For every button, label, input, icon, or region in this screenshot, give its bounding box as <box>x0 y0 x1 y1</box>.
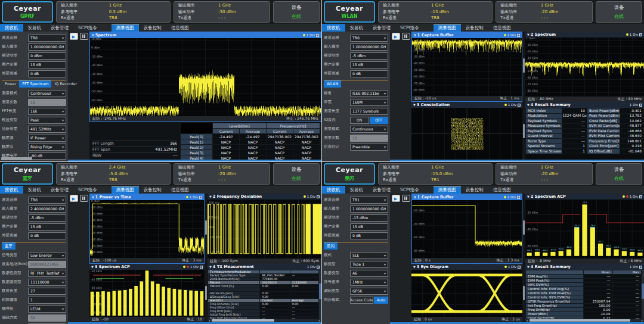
tab-measure-view[interactable]: 测量视图 <box>434 24 461 32</box>
panel-header-tx-measurement[interactable]: ▼4 TX Measurement1 Div <box>208 264 321 270</box>
mode-tab-bluetooth[interactable]: 蓝牙 <box>2 242 16 250</box>
channel-select-select[interactable]: TR8▾ <box>350 35 388 42</box>
panel-splitter[interactable] <box>522 264 525 322</box>
pause-button[interactable] <box>402 195 410 202</box>
play-button[interactable]: ▶ <box>70 33 78 40</box>
external-attenuation-input[interactable]: 0 dB <box>28 232 66 239</box>
pin-icon[interactable] <box>639 266 642 269</box>
symbol-rate-select[interactable]: 1MHz▾ <box>350 279 388 286</box>
trigger-source-select[interactable]: IF Power▾ <box>28 135 66 142</box>
splitter-handle[interactable] <box>523 124 525 138</box>
external-attenuation-input[interactable]: 0 dB <box>350 70 388 77</box>
input-frequency-input[interactable]: 1.0000000000 GHz <box>350 205 388 213</box>
panel-header-frequency-deviation[interactable]: ▼2 Frequency Deviation1 Div <box>208 194 321 200</box>
tab-transmitter[interactable]: 发射机 <box>345 24 369 32</box>
standard-select[interactable]: IEEE 802.11be▾ <box>350 90 388 97</box>
tab-info-view[interactable]: 信息视图 <box>488 186 516 194</box>
splitter-handle[interactable] <box>205 286 207 300</box>
subtab-fft-spectrum[interactable]: FFT Spectrum <box>19 80 51 88</box>
bandwidth-select[interactable]: 160M▾ <box>350 99 388 106</box>
panel-header-spectrum-acp[interactable]: ▼2 Spectrum ACP1 Div <box>525 194 644 200</box>
play-button[interactable]: ▶ <box>392 195 400 202</box>
input-frequency-input[interactable]: 1.0000000000 GHz <box>28 43 66 51</box>
tab-receiver[interactable]: 接收机 <box>322 24 345 32</box>
detector-type-select[interactable]: Peak▾ <box>28 117 66 124</box>
pin-icon[interactable] <box>517 34 520 37</box>
trigger-offset-input[interactable]: 0 <box>28 161 66 162</box>
pause-button[interactable] <box>80 33 88 40</box>
measure-length-input[interactable]: 1377 Symbols <box>350 108 388 115</box>
panel-header-constellation[interactable]: ▼3 Constellation1 Div <box>411 102 522 108</box>
user-margin-input[interactable]: 15 dB <box>28 223 66 230</box>
analysis-bandwidth-select[interactable]: 491.52MHz▾ <box>28 126 66 133</box>
tab-device-control[interactable]: 设备控制 <box>461 24 488 32</box>
tab-info-view[interactable]: 信息视图 <box>166 24 194 32</box>
panel-header-eye-diagram[interactable]: ▼3 Eye Diagram1 Div <box>411 264 522 270</box>
ceyear-logo[interactable]: Ceyear蓝牙 <box>2 163 53 185</box>
splitter-handle[interactable] <box>205 220 207 235</box>
pause-button[interactable] <box>80 195 88 202</box>
plot-constellation[interactable] <box>411 108 522 160</box>
scrollbar-thumb[interactable] <box>642 284 644 299</box>
panel-header-result-summary[interactable]: ▼4 Result Summary1 Div <box>525 102 644 108</box>
tab-receiver[interactable]: 接收机 <box>322 186 345 194</box>
tab-device-manage[interactable]: 设备管理 <box>368 186 395 194</box>
pin-icon[interactable] <box>317 195 320 198</box>
pin-icon[interactable] <box>316 34 319 37</box>
trigger-edge-select[interactable]: Rising Edge▾ <box>28 144 66 151</box>
user-margin-input[interactable]: 15 dB <box>350 223 388 230</box>
mode-tab-sparklink[interactable]: 星闪 <box>324 242 338 250</box>
mode-select[interactable]: SLE▾ <box>350 252 388 259</box>
scroll-left-icon[interactable]: ◂ <box>525 319 529 322</box>
pin-icon[interactable] <box>639 33 642 36</box>
pause-button[interactable] <box>402 33 410 40</box>
data-type-select[interactable]: A6▾ <box>350 270 388 277</box>
scroll-right-icon[interactable]: ▸ <box>640 319 644 322</box>
panel-header-spectrum-acp[interactable]: ▼3 Spectrum ACP1 Div <box>89 264 205 270</box>
user-margin-input[interactable]: 15 dB <box>350 61 388 68</box>
input-frequency-input[interactable]: 2.4000000000 GHz <box>28 205 66 213</box>
pin-icon[interactable] <box>639 104 642 107</box>
scrollbar-thumb[interactable] <box>319 284 321 299</box>
play-button[interactable]: ▶ <box>70 195 78 202</box>
external-attenuation-input[interactable]: 0 dB <box>28 70 66 77</box>
tab-scpi[interactable]: SCPI指令 <box>73 186 102 194</box>
panel-splitter[interactable] <box>522 102 525 160</box>
vertical-scrollbar[interactable] <box>642 270 644 319</box>
sidebar-scrollbar[interactable] <box>1 157 32 160</box>
signal-type-select[interactable]: Low Energy▾ <box>28 252 66 259</box>
tab-receiver[interactable]: 接收机 <box>0 24 23 32</box>
pin-icon[interactable] <box>518 104 521 107</box>
panel-header-result-summary[interactable]: ▼4 Result Summary1 Div <box>525 264 644 270</box>
packet-type-select[interactable]: RF_PHY_TestRef▾ <box>28 270 66 277</box>
tab-device-control[interactable]: 设备控制 <box>461 186 488 194</box>
ceyear-logo[interactable]: Ceyear星闪 <box>324 163 375 185</box>
pin-icon[interactable] <box>518 266 521 269</box>
plot-spectrum-acp[interactable] <box>525 200 644 258</box>
panel-header-power-vs-time[interactable]: ▼1 Power vs Time1 Div <box>90 194 204 200</box>
panel-header-capture-buffer[interactable]: ▼1 Capture Buffer1 Div <box>412 194 522 200</box>
iq-invert-option-on[interactable]: ON <box>350 117 369 124</box>
tab-scpi[interactable]: SCPI指令 <box>73 24 102 32</box>
tab-transmitter[interactable]: 发射机 <box>23 186 47 194</box>
panel-header-spectrum[interactable]: ▼2 Spectrum1 Div <box>525 32 644 38</box>
input-frequency-input[interactable]: 1.0000000000 GHz <box>350 43 388 51</box>
pin-icon[interactable] <box>517 196 520 199</box>
user-margin-input[interactable]: 15 dB <box>28 61 66 68</box>
expected-power-input[interactable]: -15 dBm <box>350 214 388 222</box>
subtab-power[interactable]: Power <box>2 80 19 88</box>
plot-eye-diagram[interactable] <box>411 270 522 317</box>
tab-info-view[interactable]: 信息视图 <box>166 186 194 194</box>
pin-icon[interactable] <box>639 195 642 198</box>
tab-device-control[interactable]: 设备控制 <box>139 24 166 32</box>
modulation-type-select[interactable]: GFSK▾ <box>350 288 388 295</box>
plot-frequency-deviation[interactable] <box>208 200 321 258</box>
phy-layer-select[interactable]: LE1M▾ <box>28 306 66 313</box>
vertical-scrollbar[interactable] <box>319 270 321 319</box>
panel-header-spectrum[interactable]: ▼Spectrum1 Div <box>90 32 321 38</box>
plot-spectrum[interactable] <box>90 38 321 116</box>
horizontal-scrollbar[interactable]: ◂▸ <box>208 319 321 322</box>
pin-icon[interactable] <box>200 266 203 269</box>
splitter-handle[interactable] <box>523 286 525 300</box>
ceyear-logo[interactable]: CeyearGPRF <box>2 1 53 23</box>
